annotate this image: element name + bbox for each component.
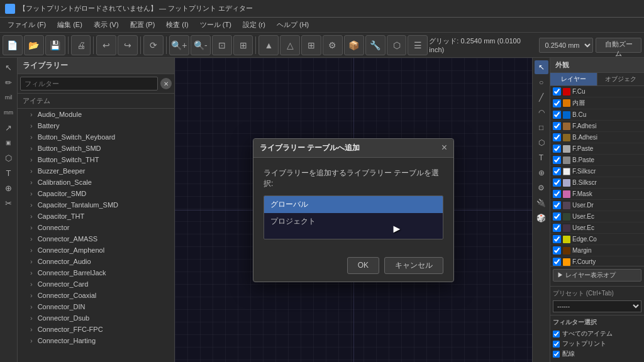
layer-vis-inner[interactable] [553,99,561,107]
library-item[interactable]: Buzzer_Beeper [18,165,174,177]
grid-select[interactable]: 0.2540 mm [539,38,593,53]
layer-vis-userec2[interactable] [553,224,561,232]
layer-item-bpaste[interactable]: B.Paste [550,155,644,166]
library-item[interactable]: Capacitor_SMD [18,188,174,199]
dimension-tool[interactable]: mm [2,106,16,119]
delete-tool[interactable]: ✂ [2,196,16,210]
tool4[interactable]: ⚙ [323,35,343,55]
library-item[interactable]: Connector_Audio [18,256,174,267]
menu-settings[interactable]: 設定 (r) [238,19,270,31]
zoom-in-btn[interactable]: 🔍+ [169,35,189,55]
library-item[interactable]: Capacitor_THT [18,211,174,222]
filter-clear-btn[interactable]: ✕ [160,78,172,89]
tool5[interactable]: 📦 [344,35,364,55]
measure-tool[interactable]: mil [2,90,16,104]
library-item[interactable]: Button_Switch_THT [18,154,174,165]
layer-vis-badhesi[interactable] [553,133,561,141]
rect-tool[interactable]: □ [535,121,548,134]
dialog-list-item-global[interactable]: グローバル [264,196,443,213]
layer-options-btn[interactable]: ▶ レイヤー表示オプ [553,269,641,282]
dialog-cancel-btn[interactable]: キャンセル [384,257,443,274]
layer-item-bsilk[interactable]: B.Silkscr [550,177,644,189]
layer-vis-fsilk[interactable] [553,167,561,175]
library-item[interactable]: Connector_FFC-FPC [18,324,174,335]
line-tool[interactable]: ╱ [535,90,548,104]
library-item[interactable]: Calibration_Scale [18,177,174,188]
layer-item-fsilk[interactable]: F.Silkscr [550,166,644,177]
layer-item-edge[interactable]: Edge.Co [550,234,644,245]
library-item[interactable]: Connector_Harting [18,335,174,346]
library-item[interactable]: Button_Switch_SMD [18,143,174,154]
anchor-tool[interactable]: ⊕ [535,166,548,180]
dialog-ok-btn[interactable]: OK [347,257,379,274]
tool6[interactable]: 🔧 [365,35,386,55]
tool3[interactable]: ⊞ [301,35,321,55]
dialog-close-btn[interactable]: × [441,143,447,153]
settings-tool[interactable]: ⚙ [535,181,548,195]
footprint-tool[interactable]: ⊕ [2,181,16,195]
layer-item-badhesi[interactable]: B.Adhesi [550,132,644,143]
layer-vis-bsilk[interactable] [553,178,561,187]
filter-checkbox-route[interactable] [553,351,560,358]
layer-vis-edge[interactable] [553,235,561,243]
tab-objects[interactable]: オブジェク [597,73,644,85]
arc-tool[interactable]: ◠ [535,106,548,119]
layer-vis-userec1[interactable] [553,212,561,221]
zoom-fit-btn[interactable]: ⊡ [212,35,232,55]
tool1[interactable]: ▲ [258,35,279,55]
layer-vis-fcourty[interactable] [553,258,561,266]
library-item[interactable]: Connector_Amphenol [18,244,174,256]
autozoom-btn[interactable]: 自動ズーム [596,38,641,53]
layer-vis-bpaste[interactable] [553,156,561,164]
canvas-area[interactable]: ライブラリー テーブルへ追加 × ライブラリーを追加するライブラリー テーブルを… [175,58,532,362]
library-item[interactable]: Battery [18,120,174,131]
layer-vis-margin[interactable] [553,246,561,255]
filter-item-route[interactable]: 配線 [553,349,641,358]
library-item[interactable]: Audio_Module [18,109,174,120]
filter-item-all[interactable]: すべてのアイテム [553,329,641,338]
layer-vis-fmask[interactable] [553,190,561,198]
text-tool[interactable]: ▣ [2,136,16,150]
library-filter-input[interactable] [20,77,158,90]
pad-tool[interactable]: T [2,166,16,180]
zone-tool[interactable]: ⬡ [2,151,16,165]
layer-vis-userdraw[interactable] [553,201,561,209]
menu-help[interactable]: ヘルプ (H) [272,19,314,31]
library-item[interactable]: Connector [18,222,174,233]
undo-btn[interactable]: ↩ [96,35,116,55]
open-btn[interactable]: 📂 [24,35,44,55]
layer-item-fcourty[interactable]: F.Courty [550,256,644,266]
layer-item-userdraw[interactable]: User.Dr [550,200,644,211]
menu-tools[interactable]: ツール (T) [195,19,236,31]
layer-item-inner[interactable]: 内層 [550,97,644,109]
layer-item-fmask[interactable]: F.Mask [550,189,644,200]
library-item[interactable]: Connector_Coaxial [18,290,174,301]
filter-checkbox-all[interactable] [553,331,560,337]
library-item[interactable]: Connector_AMASS [18,233,174,244]
zoom-area-btn[interactable]: ⊞ [233,35,253,55]
library-item[interactable]: Connector_BarrelJack [18,267,174,278]
text-add-tool[interactable]: T [535,151,548,165]
tab-layers[interactable]: レイヤー [550,73,597,85]
dialog-list-item-project[interactable]: プロジェクト [264,213,443,230]
poly-tool[interactable]: ⬡ [535,136,548,150]
menu-edit[interactable]: 編集 (E) [52,19,87,31]
circle-tool[interactable]: ○ [535,75,548,89]
footprint-wizard[interactable]: 🔌 [535,196,548,210]
layer-item-fpaste[interactable]: F.Paste [550,143,644,155]
library-item[interactable]: Connector_Card [18,278,174,290]
layer-item-bcu[interactable]: B.Cu [550,109,644,121]
print-btn[interactable]: 🖨 [71,35,91,55]
menu-view[interactable]: 表示 (V) [89,19,124,31]
zoom-out-btn[interactable]: 🔍- [191,35,211,55]
layer-item-fadhesi[interactable]: F.Adhesi [550,121,644,132]
redo-btn[interactable]: ↪ [118,35,138,55]
filter-checkbox-footprint[interactable] [553,341,560,348]
layer-item-margin[interactable]: Margin [550,245,644,256]
library-item[interactable]: Connector_Dsub [18,312,174,324]
library-item[interactable]: Capacitor_Tantalum_SMD [18,199,174,211]
3d-view[interactable]: 🎲 [535,211,548,225]
menu-inspect[interactable]: 検査 (I) [161,19,193,31]
layer-item-userec2[interactable]: User.Ec [550,222,644,234]
library-item[interactable]: Button_Switch_Keyboard [18,131,174,143]
